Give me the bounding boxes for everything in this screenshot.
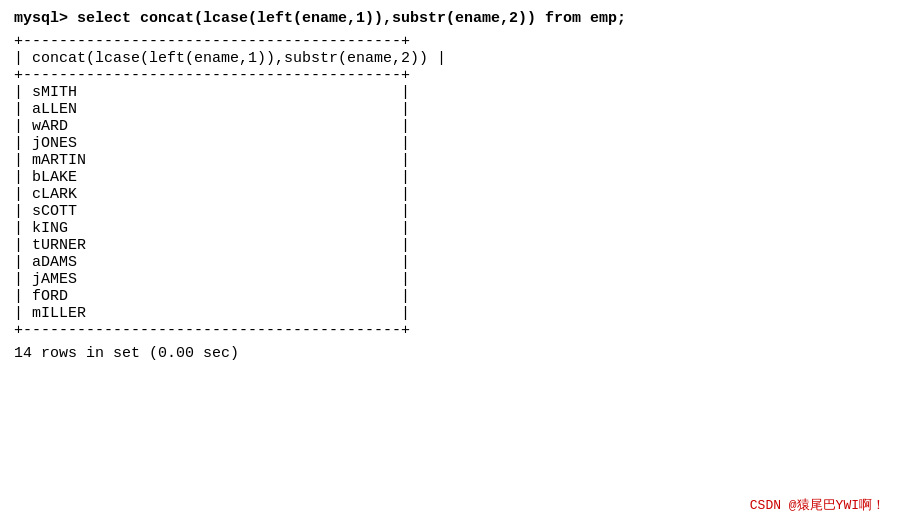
table-row: | aLLEN |	[14, 101, 885, 118]
table-row: | sMITH |	[14, 84, 885, 101]
table-row: | kING |	[14, 220, 885, 237]
watermark: CSDN @猿尾巴YWI啊！	[750, 496, 885, 514]
table-row: | jAMES |	[14, 271, 885, 288]
table-row: | tURNER |	[14, 237, 885, 254]
table-row: | mILLER |	[14, 305, 885, 322]
table-row: | jONES |	[14, 135, 885, 152]
table-row: | aDAMS |	[14, 254, 885, 271]
terminal-window: mysql> select concat(lcase(left(ename,1)…	[14, 10, 885, 362]
table-body: | sMITH || aLLEN || wARD || jONES || mAR…	[14, 84, 885, 322]
query-footer: 14 rows in set (0.00 sec)	[14, 345, 885, 362]
table-row: | bLAKE |	[14, 169, 885, 186]
border-bottom: +---------------------------------------…	[14, 322, 885, 339]
table-row: | fORD |	[14, 288, 885, 305]
query-result-table: +---------------------------------------…	[14, 33, 885, 339]
table-row: | mARTIN |	[14, 152, 885, 169]
table-row: | cLARK |	[14, 186, 885, 203]
sql-command: mysql> select concat(lcase(left(ename,1)…	[14, 10, 885, 27]
column-header: | concat(lcase(left(ename,1)),substr(ena…	[14, 50, 885, 67]
table-row: | sCOTT |	[14, 203, 885, 220]
table-row: | wARD |	[14, 118, 885, 135]
border-mid: +---------------------------------------…	[14, 67, 885, 84]
border-top: +---------------------------------------…	[14, 33, 885, 50]
